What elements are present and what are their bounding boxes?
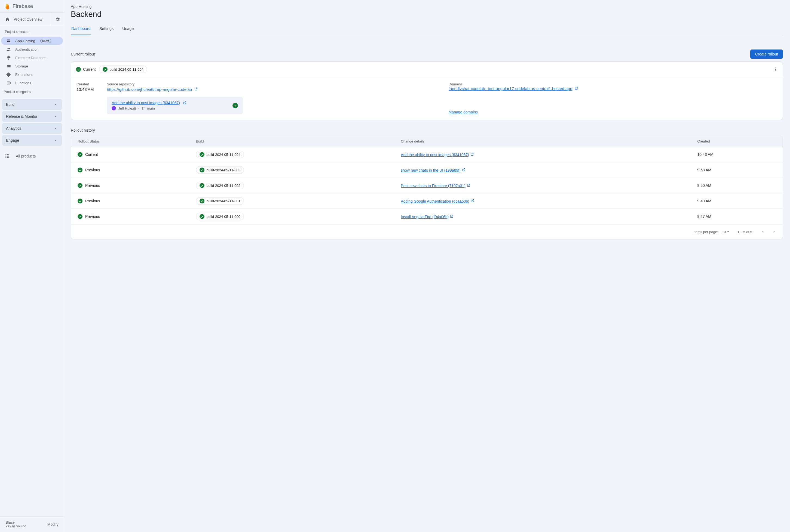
check-circle-icon [78, 168, 82, 172]
more-menu-button[interactable] [771, 65, 779, 73]
row-change-link[interactable]: Add the ability to post images (6341067) [401, 153, 469, 157]
build-chip[interactable]: build-2024-05-11-004 [99, 65, 147, 73]
external-link-icon [183, 101, 186, 105]
pager-next[interactable] [771, 228, 778, 235]
ipp-select[interactable]: 10 [722, 230, 730, 234]
external-link-icon [194, 87, 198, 91]
svg-point-18 [775, 69, 776, 70]
pager-prev[interactable] [759, 228, 766, 235]
current-rollout-card: Current build-2024-05-11-004 Created 10:… [71, 61, 783, 120]
svg-rect-8 [5, 154, 6, 155]
domain-link[interactable]: friendlychat-codelab--test-angular17-cod… [448, 86, 572, 91]
row-created: 10:43 AM [693, 147, 783, 163]
check-circle-icon [200, 168, 204, 172]
tab-settings[interactable]: Settings [99, 24, 114, 35]
categories-header: Product categories [0, 87, 64, 96]
check-circle-icon [76, 67, 81, 72]
col-status: Rollout Status [71, 136, 192, 147]
plan-panel: Blaze Pay as you go Modify [0, 516, 64, 532]
commit-link[interactable]: Add the ability to post images (6341067) [112, 101, 180, 105]
row-created: 9:27 AM [693, 209, 783, 224]
check-circle-icon [103, 67, 108, 72]
row-change-link[interactable]: Post new chats to Firestore (7107a31) [401, 184, 465, 188]
home-icon [5, 17, 10, 22]
row-created: 9:49 AM [693, 193, 783, 209]
tab-dashboard[interactable]: Dashboard [71, 24, 91, 35]
history-card: Rollout Status Build Change details Crea… [71, 136, 783, 239]
cat-analytics[interactable]: Analytics [2, 123, 62, 134]
gear-icon [55, 17, 60, 22]
rollout-status: Current [76, 67, 96, 72]
svg-rect-14 [5, 157, 6, 158]
nav-list: App Hosting NEW Authentication Firestore… [0, 36, 64, 87]
nav-storage[interactable]: Storage [1, 62, 63, 70]
table-row: Previousbuild-2024-05-11-002Post new cha… [71, 178, 783, 193]
row-change-link[interactable]: Install AngularFire (f04a06b) [401, 214, 448, 219]
external-link-icon [471, 199, 474, 203]
branch-icon [142, 107, 145, 110]
repo-label: Source repository [107, 82, 435, 86]
shortcuts-header: Project shortcuts [0, 26, 64, 36]
tab-usage[interactable]: Usage [122, 24, 134, 35]
storage-icon [6, 64, 12, 69]
svg-rect-15 [7, 157, 8, 158]
check-circle-icon [78, 183, 82, 188]
project-overview-row: Project Overview [0, 13, 64, 26]
pager-range: 1 – 5 of 5 [737, 230, 752, 234]
row-build-chip[interactable]: build-2024-05-11-002 [196, 182, 244, 189]
all-products-link[interactable]: All products [0, 149, 64, 164]
nav-app-hosting[interactable]: App Hosting NEW [1, 37, 63, 45]
check-circle-icon [200, 183, 204, 188]
plan-modify-button[interactable]: Modify [48, 522, 58, 527]
col-created: Created [693, 136, 783, 147]
row-status: Previous [78, 183, 187, 188]
row-build-chip[interactable]: build-2024-05-11-003 [196, 166, 244, 174]
created-label: Created [76, 82, 94, 86]
history-label: Rollout history [71, 128, 783, 132]
external-link-icon [466, 183, 471, 187]
check-circle-icon [78, 152, 82, 157]
check-circle-icon [78, 198, 82, 204]
check-circle-icon [200, 152, 204, 157]
external-link-icon [470, 152, 474, 156]
firestore-icon [6, 55, 12, 60]
table-row: Previousbuild-2024-05-11-000Install Angu… [71, 209, 783, 224]
row-build-chip[interactable]: build-2024-05-11-000 [196, 213, 244, 220]
project-settings-button[interactable] [51, 13, 64, 26]
nav-functions[interactable]: Functions [1, 79, 63, 87]
svg-rect-9 [7, 154, 8, 155]
breadcrumb: App Hosting [71, 4, 783, 9]
table-row: Previousbuild-2024-05-11-001Adding Googl… [71, 193, 783, 209]
cat-engage[interactable]: Engage [2, 135, 62, 146]
repo-link[interactable]: https://github.com/jhuleatt/tmp-angular-… [107, 87, 192, 92]
project-overview-link[interactable]: Project Overview [0, 17, 51, 22]
cat-build[interactable]: Build [2, 99, 62, 110]
external-link-icon [450, 214, 454, 218]
svg-rect-13 [8, 156, 9, 157]
nav-authentication[interactable]: Authentication [1, 45, 63, 53]
table-pager: Items per page: 10 1 – 5 of 5 [71, 224, 783, 239]
row-change-link[interactable]: Adding Google Authentication (dcaab0b) [401, 199, 469, 204]
people-icon [6, 47, 12, 52]
external-link-icon [462, 168, 465, 172]
svg-point-19 [775, 71, 776, 71]
svg-point-0 [7, 48, 9, 49]
check-circle-icon [200, 198, 204, 204]
svg-point-22 [142, 109, 143, 110]
row-build-chip[interactable]: build-2024-05-11-001 [196, 197, 244, 205]
row-build-chip[interactable]: build-2024-05-11-004 [196, 151, 244, 158]
cat-release[interactable]: Release & Monitor [2, 111, 62, 122]
nav-firestore[interactable]: Firestore Database [1, 54, 63, 62]
create-rollout-button[interactable]: Create rollout [750, 50, 783, 59]
chevron-down-icon [53, 102, 58, 107]
svg-point-20 [142, 107, 143, 108]
chevron-down-icon [53, 114, 58, 119]
chevron-down-icon [53, 138, 58, 143]
row-status: Previous [78, 198, 187, 204]
row-change-link[interactable]: show new chats in the UI (198a89f) [401, 168, 460, 172]
nav-extensions[interactable]: Extensions [1, 71, 63, 79]
row-created: 9:50 AM [693, 178, 783, 193]
svg-point-6 [8, 83, 9, 83]
manage-domains-link[interactable]: Manage domains [448, 110, 478, 114]
firebase-logo-icon [5, 3, 10, 10]
